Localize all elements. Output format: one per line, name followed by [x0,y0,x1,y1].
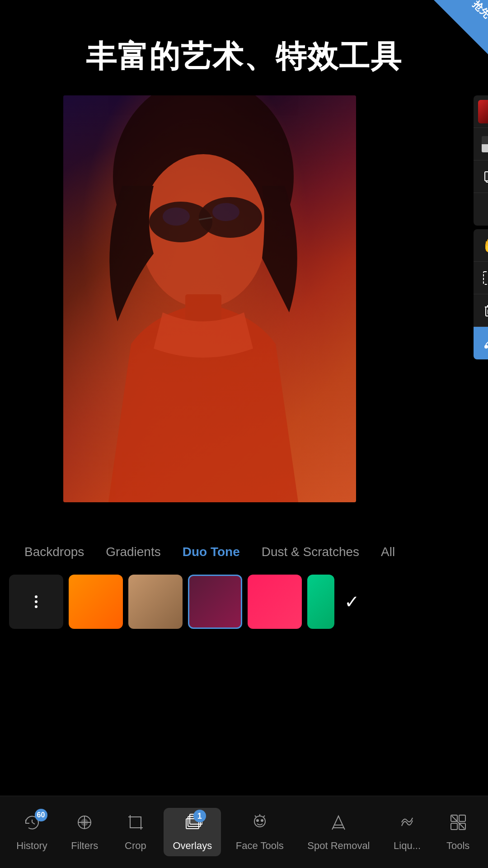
liquify-label: Liqu... [394,840,421,852]
swatch-more[interactable] [9,575,63,629]
svg-line-30 [255,816,256,817]
tab-duo-tone[interactable]: Duo Tone [172,534,251,570]
filters-icon [75,812,94,836]
overlays-badge: 1 [193,810,206,822]
delete-button[interactable] [474,294,488,327]
tab-backdrops[interactable]: Backdrops [14,534,95,570]
svg-point-28 [261,820,263,821]
nav-crop[interactable]: Crop [113,808,158,856]
tools-icon [448,812,468,836]
header: 丰富的艺术、特效工具 [0,0,488,95]
liquify-icon [397,812,417,836]
eyedropper-button[interactable] [474,327,488,359]
svg-line-17 [32,822,35,824]
swatch-pink-red[interactable] [248,575,302,629]
swatch-dark-red[interactable] [188,575,242,629]
tab-dust-scratches[interactable]: Dust & Scratches [251,534,370,570]
spot-removal-label: Spot Removal [307,840,370,852]
history-icon: 60 [22,812,42,836]
checkmark-icon: ✓ [344,591,360,612]
face-tools-label: Face Tools [236,840,284,852]
swatch-orange[interactable] [69,575,123,629]
svg-point-6 [212,203,239,221]
category-tabs: Backdrops Gradients Duo Tone Dust & Scra… [0,534,488,570]
svg-rect-10 [483,272,488,284]
selection-tool-button[interactable] [474,262,488,294]
svg-line-34 [344,828,345,830]
overlays-label: Overlays [173,840,212,852]
crop-icon [126,812,145,836]
tab-gradients[interactable]: Gradients [95,534,171,570]
nav-history[interactable]: 60 History [7,808,56,856]
eyedropper-icon [482,335,488,351]
hand-icon: ✋ [482,237,488,253]
svg-rect-39 [451,823,457,830]
checker-icon [482,136,488,152]
svg-rect-9 [485,172,488,181]
svg-rect-22 [130,817,141,828]
right-toolbar: ✋ [474,95,488,359]
svg-rect-38 [459,815,465,821]
nav-face-tools[interactable]: Face Tools [227,808,293,856]
face-tools-icon [250,812,270,836]
crop-label: Crop [125,840,146,852]
tab-all[interactable]: All [370,534,406,570]
filters-label: Filters [71,840,98,852]
hand-tool-button[interactable]: ✋ [474,229,488,262]
spot-removal-icon [328,812,348,836]
nav-overlays[interactable]: 1 Overlays [164,808,221,856]
checker-pattern-button[interactable] [474,128,488,160]
eyedropper-bg [474,327,488,359]
nav-liquify[interactable]: Liqu... [385,808,430,856]
more-options-button[interactable] [474,193,488,226]
svg-line-31 [263,816,265,817]
swatches-row: ✓ [0,570,488,633]
nav-tools[interactable]: Tools [436,808,481,856]
nav-spot-removal[interactable]: Spot Removal [298,808,379,856]
overlays-icon: 1 [183,812,202,836]
svg-line-33 [332,828,333,830]
page-title: 丰富的艺术、特效工具 [0,36,488,77]
swatch-tan[interactable] [128,575,183,629]
tools-label: Tools [446,840,469,852]
color-swatch-button[interactable] [474,95,488,128]
history-badge: 60 [35,809,47,821]
copy-icon [482,169,488,185]
color-swatch-preview [478,100,488,123]
svg-point-27 [257,820,258,821]
svg-point-5 [163,208,190,226]
trash-icon [482,302,488,319]
swatch-teal[interactable] [307,575,334,629]
copy-layer-button[interactable] [474,160,488,193]
history-label: History [16,840,47,852]
nav-filters[interactable]: Filters [62,808,107,856]
selection-icon [482,270,488,286]
corner-badge-text: 抢先 [470,0,488,22]
svg-line-35 [452,816,465,829]
svg-point-15 [485,345,488,348]
photo-canvas: ✋ [63,95,470,502]
bottom-nav: 60 History Filters Crop [0,796,488,868]
